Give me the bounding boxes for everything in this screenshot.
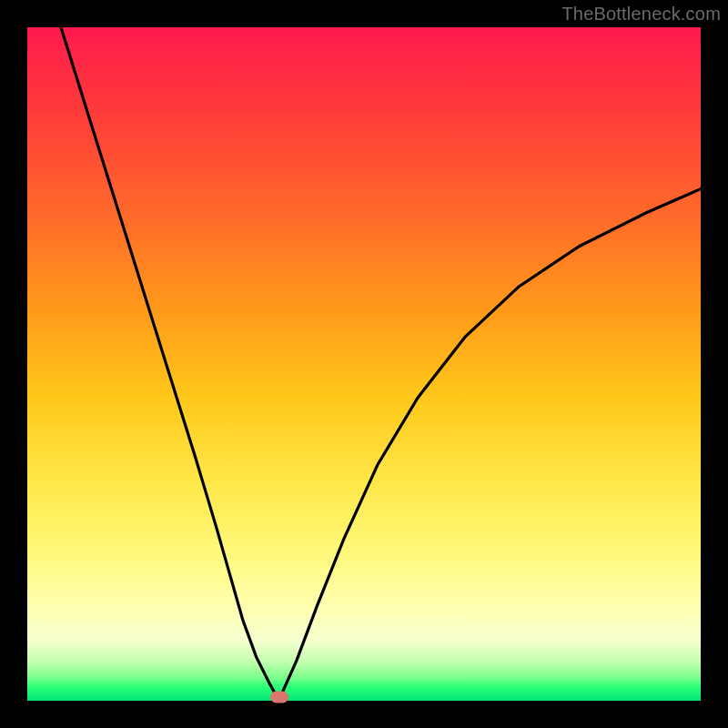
- watermark-text: TheBottleneck.com: [561, 4, 721, 25]
- bottleneck-curve: [27, 27, 701, 701]
- optimal-point-marker: [270, 692, 288, 703]
- chart-frame: [27, 27, 701, 701]
